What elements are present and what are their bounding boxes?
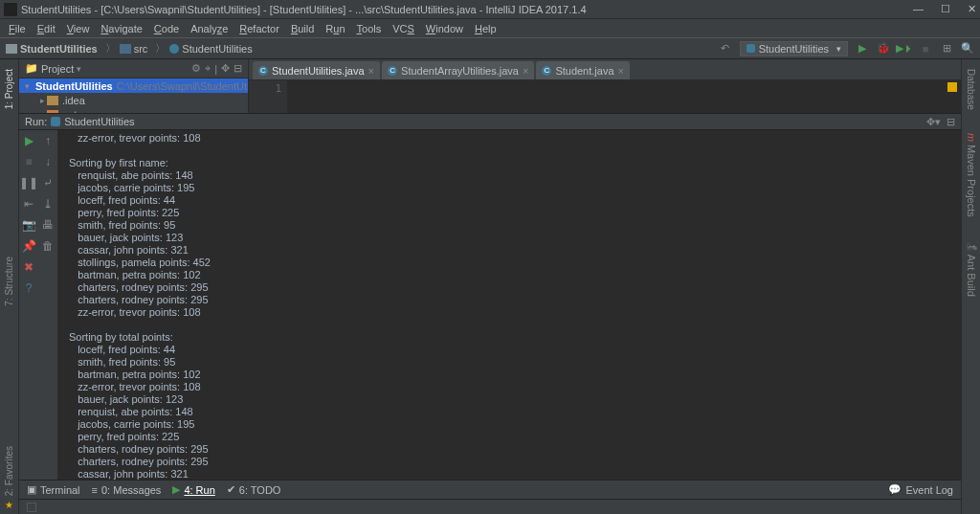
back-icon[interactable]: ↶ <box>719 42 732 56</box>
breadcrumb-file[interactable]: StudentUtilities <box>169 43 252 55</box>
rerun-icon[interactable]: ▶ <box>25 134 33 147</box>
breadcrumb-root[interactable]: StudentUtilities <box>6 43 98 55</box>
hide-icon[interactable]: ⊟ <box>234 62 242 75</box>
menu-file[interactable]: File <box>4 23 31 34</box>
left-tab-structure[interactable]: 7: Structure <box>4 253 14 310</box>
run-header-prefix: Run: <box>25 116 47 127</box>
menu-help[interactable]: Help <box>470 23 501 34</box>
search-icon[interactable]: 🔍 <box>961 42 974 56</box>
close-icon[interactable]: × <box>523 65 528 77</box>
console-line: jacobs, carrie points: 195 <box>69 418 961 431</box>
scroll-icon[interactable]: ⤓ <box>43 197 53 211</box>
settings-icon[interactable]: ✥ <box>221 62 230 75</box>
tool-run[interactable]: ▶ 4: Run <box>172 483 214 496</box>
close-run-icon[interactable]: ✖ <box>24 260 33 274</box>
bottom-tool-bar: ▣ Terminal ≡ 0: Messages ▶ 4: Run ✔ 6: T… <box>19 480 961 499</box>
exit-icon[interactable]: ⇤ <box>24 197 33 211</box>
print-icon[interactable]: 🖶 <box>42 218 54 232</box>
menu-view[interactable]: View <box>62 23 95 34</box>
app-icon <box>4 3 17 16</box>
stop-icon[interactable]: ■ <box>25 155 32 168</box>
maximize-button[interactable]: ☐ <box>941 3 950 15</box>
run-button-icon[interactable]: ▶ <box>856 42 869 56</box>
pin-icon[interactable]: 📌 <box>22 239 36 253</box>
help-icon[interactable]: ? <box>26 281 33 295</box>
console-output[interactable]: zz-error, trevor points: 108Sorting by f… <box>57 130 961 480</box>
star-icon: ★ <box>5 500 13 510</box>
breadcrumb-sep: 〉 <box>155 41 166 56</box>
tree-root[interactable]: ▾ StudentUtilitiesC:\Users\Swapnil\Stude… <box>19 78 248 93</box>
console-line: Sorting by total points: <box>69 331 961 344</box>
editor-tabs: CStudentUtilities.java× CStudentArrayUti… <box>249 59 961 80</box>
project-tree: ▾ StudentUtilitiesC:\Users\Swapnil\Stude… <box>19 78 248 113</box>
console-line: renquist, abe points: 148 <box>69 406 961 418</box>
minimize-button[interactable]: — <box>913 3 924 15</box>
warning-marker[interactable] <box>947 82 957 92</box>
console-line: jacobs, carrie points: 195 <box>69 182 961 194</box>
menu-code[interactable]: Code <box>149 23 184 34</box>
wrap-icon[interactable]: ⤶ <box>43 176 53 190</box>
editor-body[interactable]: 1 <box>249 80 961 113</box>
dump-icon[interactable]: 📷 <box>22 218 36 232</box>
right-tab-ant[interactable]: 🐜 Ant Build <box>966 236 977 301</box>
collapse-icon[interactable]: ⚙ <box>191 62 201 75</box>
menu-vcs[interactable]: VCS <box>388 23 419 34</box>
minimize-panel-icon[interactable]: ⊟ <box>947 116 955 128</box>
console-line: renquist, abe points: 148 <box>69 169 961 182</box>
debug-button-icon[interactable]: 🐞 <box>877 42 890 56</box>
menu-run[interactable]: Run <box>321 23 349 34</box>
run-config-icon <box>51 117 60 126</box>
console-line: loceff, fred points: 44 <box>69 194 961 207</box>
clear-icon[interactable]: 🗑 <box>42 239 54 253</box>
window-title: StudentUtilities - [C:\Users\Swapnil\Stu… <box>21 4 913 15</box>
gear-icon[interactable]: ✥▾ <box>926 116 941 128</box>
tool-todo[interactable]: ✔ 6: TODO <box>227 483 281 496</box>
editor-tab-student[interactable]: CStudent.java× <box>536 61 630 79</box>
left-tab-project[interactable]: 1: Project <box>4 65 14 113</box>
menu-tools[interactable]: Tools <box>352 23 387 34</box>
tool-terminal[interactable]: ▣ Terminal <box>27 483 80 496</box>
editor-tab-studentutilities[interactable]: CStudentUtilities.java× <box>253 61 380 79</box>
close-icon[interactable]: × <box>368 65 374 77</box>
target-icon[interactable]: ⌖ <box>205 62 211 75</box>
stop-button-icon[interactable]: ■ <box>919 42 932 56</box>
console-line: smith, fred points: 95 <box>69 356 961 369</box>
project-header-label: Project <box>41 63 74 75</box>
right-tab-database[interactable]: Database <box>966 65 976 114</box>
menu-refactor[interactable]: Refactor <box>234 23 284 34</box>
status-icon[interactable] <box>27 503 36 512</box>
project-structure-icon[interactable]: ⊞ <box>940 42 953 56</box>
left-gutter: 1: Project 7: Structure 2: Favorites ★ <box>0 59 19 514</box>
tool-event-log[interactable]: 💬 Event Log <box>888 483 953 496</box>
coverage-button-icon[interactable]: ▶⏵ <box>898 42 911 56</box>
menu-build[interactable]: Build <box>286 23 319 34</box>
menu-window[interactable]: Window <box>421 23 468 34</box>
console-line: charters, rodney points: 295 <box>69 456 961 468</box>
tree-item-idea[interactable]: ▸.idea <box>19 93 248 107</box>
editor-tab-studentarrayutilities[interactable]: CStudentArrayUtilities.java× <box>382 61 534 79</box>
project-panel-header: 📁Project▾ ⚙ ⌖ | ✥ ⊟ <box>19 59 248 78</box>
close-icon[interactable]: × <box>618 65 624 77</box>
down-icon[interactable]: ↓ <box>45 155 51 168</box>
menu-navigate[interactable]: Navigate <box>96 23 146 34</box>
editor-content[interactable] <box>287 80 961 113</box>
console-line: zz-error, trevor points: 108 <box>69 306 961 319</box>
tool-messages[interactable]: ≡ 0: Messages <box>92 484 162 496</box>
right-tab-maven[interactable]: m Maven Projects <box>966 129 977 221</box>
run-panel-header: Run:StudentUtilities ✥▾⊟ <box>19 113 961 130</box>
breadcrumb-src[interactable]: src <box>120 43 148 55</box>
status-bar <box>19 499 961 514</box>
console-line: smith, fred points: 95 <box>69 219 961 232</box>
left-tab-favorites[interactable]: 2: Favorites <box>4 442 14 500</box>
console-line: cassar, john points: 321 <box>69 468 961 480</box>
console-line: cassar, john points: 321 <box>69 244 961 257</box>
run-config-select[interactable]: StudentUtilities <box>740 41 848 56</box>
console-line: perry, fred points: 225 <box>69 431 961 443</box>
menu-analyze[interactable]: Analyze <box>186 23 233 34</box>
menu-edit[interactable]: Edit <box>33 23 60 34</box>
console-line: bartman, petra points: 102 <box>69 369 961 381</box>
up-icon[interactable]: ↑ <box>45 134 51 147</box>
close-button[interactable]: ✕ <box>968 3 976 15</box>
project-icon: 📁 <box>25 62 38 75</box>
pause-icon[interactable]: ❚❚ <box>19 176 38 190</box>
